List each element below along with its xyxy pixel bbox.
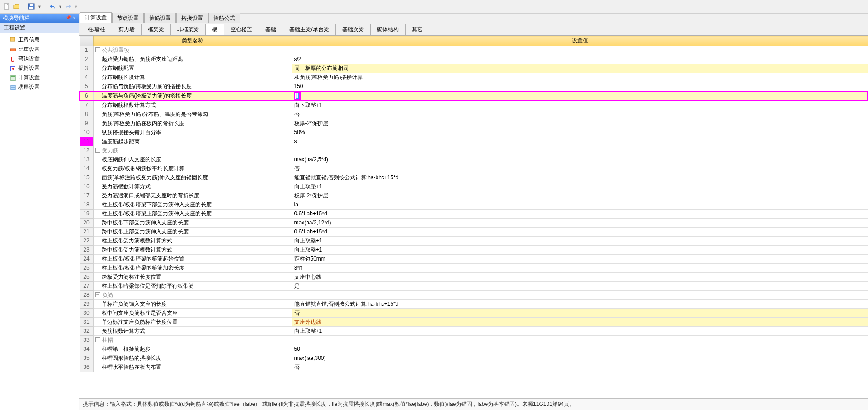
grid-row[interactable]: 30板中间支座负筋标注是否含支座否: [80, 309, 868, 318]
nav-subsection[interactable]: 工程设置: [0, 23, 79, 33]
setting-value[interactable]: 150: [292, 82, 868, 92]
collapse-icon[interactable]: −: [95, 47, 100, 52]
grid-row[interactable]: 32负筋根数计算方式向上取整+1: [80, 327, 868, 336]
setting-value[interactable]: 距柱边50mm: [292, 255, 868, 264]
grid-row[interactable]: 25柱上板带/板带暗梁的箍筋加密长度3*h: [80, 264, 868, 273]
section-header[interactable]: −柱帽: [93, 336, 292, 345]
collapse-icon[interactable]: −: [95, 292, 100, 297]
setting-value[interactable]: 向上取整+1: [292, 327, 868, 336]
subtab-9[interactable]: 砌体结构: [370, 24, 406, 35]
setting-value[interactable]: 能直锚就直锚,否则按公式计算:ha-bhc+15*d: [292, 173, 868, 182]
section-header[interactable]: −公共设置项: [93, 46, 292, 55]
grid-row[interactable]: 5分布筋与负筋(跨板受力筋)的搭接长度150: [80, 82, 868, 92]
setting-value[interactable]: 否: [292, 164, 868, 173]
undo-icon[interactable]: [48, 3, 57, 11]
save-dropdown-icon[interactable]: ▼: [38, 5, 42, 9]
setting-value[interactable]: 50%: [292, 128, 868, 137]
redo-icon[interactable]: [64, 3, 72, 11]
grid-row[interactable]: 19柱上板带/板带暗梁上部受力筋伸入支座的长度0.6*Lab+15*d: [80, 210, 868, 219]
nav-item-1[interactable]: 比重设置: [0, 45, 79, 54]
grid-row[interactable]: 6温度筋与负筋(跨板受力筋)的搭接长度ll: [80, 91, 868, 101]
grid-row[interactable]: 2起始受力钢筋、负筋距支座边距离s/2: [80, 55, 868, 64]
grid-row[interactable]: 23跨中板带受力筋根数计算方式向上取整+1: [80, 246, 868, 255]
setting-value[interactable]: 向上取整+1: [292, 182, 868, 191]
setting-value[interactable]: max(lae,300): [292, 354, 868, 363]
undo-dropdown-icon[interactable]: ▼: [58, 5, 62, 9]
nav-item-2[interactable]: 弯钩设置: [0, 54, 79, 64]
grid-row[interactable]: 20跨中板带下部受力筋伸入支座的长度max(ha/2,12*d): [80, 219, 868, 228]
grid-row[interactable]: 12−受力筋: [80, 146, 868, 155]
grid-row[interactable]: 9负筋/跨板受力筋在板内的弯折长度板厚-2*保护层: [80, 119, 868, 128]
setting-value[interactable]: 3*h: [292, 264, 868, 273]
setting-value[interactable]: 向上取整+1: [292, 237, 868, 246]
setting-value[interactable]: 同一板厚的分布筋相同: [292, 64, 868, 73]
grid-row[interactable]: 11温度筋起步距离s: [80, 137, 868, 146]
grid-row[interactable]: 10纵筋搭接接头错开百分率50%: [80, 128, 868, 137]
subtab-10[interactable]: 其它: [405, 24, 429, 35]
grid-row[interactable]: 35柱帽圆形箍筋的搭接长度max(lae,300): [80, 354, 868, 363]
setting-value[interactable]: 能直锚就直锚,否则按公式计算:ha-bhc+15*d: [292, 300, 868, 309]
grid-row[interactable]: 31单边标注支座负筋标注长度位置支座外边线: [80, 318, 868, 327]
grid-row[interactable]: 27柱上板带暗梁部位是否扣除平行板带筋是: [80, 282, 868, 291]
tab-0[interactable]: 计算设置: [80, 12, 112, 23]
grid-row[interactable]: 33−柱帽: [80, 336, 868, 345]
section-header[interactable]: −受力筋: [93, 146, 292, 155]
subtab-1[interactable]: 剪力墙: [112, 24, 142, 35]
grid-row[interactable]: 3分布钢筋配置同一板厚的分布筋相同: [80, 64, 868, 73]
close-icon[interactable]: ×: [73, 15, 76, 21]
grid-row[interactable]: 21跨中板带上部受力筋伸入支座的长度0.6*Lab+15*d: [80, 228, 868, 237]
setting-value[interactable]: 否: [292, 110, 868, 119]
subtab-4[interactable]: 板: [205, 24, 224, 35]
setting-value[interactable]: 板厚-2*保护层: [292, 119, 868, 128]
tab-4[interactable]: 箍筋公式: [208, 13, 240, 23]
col-header-value[interactable]: 设置值: [292, 36, 868, 46]
setting-value[interactable]: 支座外边线: [292, 318, 868, 327]
grid-row[interactable]: 18柱上板带/板带暗梁下部受力筋伸入支座的长度la: [80, 200, 868, 210]
section-header[interactable]: −负筋: [93, 291, 292, 300]
grid-row[interactable]: 14板受力筋/板带钢筋按平均长度计算否: [80, 164, 868, 173]
grid-row[interactable]: 36柱帽水平箍筋在板内布置否: [80, 363, 868, 372]
grid-row[interactable]: 28−负筋: [80, 291, 868, 300]
tab-2[interactable]: 箍筋设置: [144, 13, 176, 23]
setting-value[interactable]: 和负筋(跨板受力筋)搭接计算: [292, 73, 868, 82]
nav-item-3[interactable]: 损耗设置: [0, 64, 79, 73]
setting-value[interactable]: 0.6*Lab+15*d: [292, 210, 868, 219]
setting-value[interactable]: 向上取整+1: [292, 246, 868, 255]
grid-row[interactable]: 4分布钢筋长度计算和负筋(跨板受力筋)搭接计算: [80, 73, 868, 82]
tab-3[interactable]: 搭接设置: [176, 13, 208, 23]
grid-row[interactable]: 1−公共设置项: [80, 46, 868, 55]
setting-value[interactable]: max(ha/2,5*d): [292, 155, 868, 164]
setting-value[interactable]: s/2: [292, 55, 868, 64]
subtab-7[interactable]: 基础主梁/承台梁: [283, 24, 335, 35]
grid-row[interactable]: 34柱帽第一根箍筋起步50: [80, 345, 868, 354]
collapse-icon[interactable]: −: [95, 148, 100, 153]
nav-item-5[interactable]: 楼层设置: [0, 83, 79, 92]
pin-icon[interactable]: 📌: [66, 15, 71, 21]
collapse-icon[interactable]: −: [95, 337, 100, 342]
open-icon[interactable]: [13, 3, 21, 11]
grid-row[interactable]: 15面筋(单标注跨板受力筋)伸入支座的锚固长度能直锚就直锚,否则按公式计算:ha…: [80, 173, 868, 182]
grid-row[interactable]: 22柱上板带受力筋根数计算方式向上取整+1: [80, 237, 868, 246]
setting-value[interactable]: 支座中心线: [292, 273, 868, 282]
grid-row[interactable]: 8负筋(跨板受力筋)分布筋、温度筋是否带弯勾否: [80, 110, 868, 119]
nav-item-0[interactable]: 工程信息: [0, 35, 79, 45]
setting-value[interactable]: 板厚-2*保护层: [292, 191, 868, 200]
setting-value-input[interactable]: ll: [292, 91, 868, 101]
grid-row[interactable]: 26跨板受力筋标注长度位置支座中心线: [80, 273, 868, 282]
setting-value[interactable]: 向下取整+1: [292, 101, 868, 110]
subtab-2[interactable]: 框架梁: [141, 24, 171, 35]
subtab-8[interactable]: 基础次梁: [335, 24, 371, 35]
setting-value[interactable]: 否: [292, 363, 868, 372]
new-icon[interactable]: [3, 3, 11, 11]
subtab-0[interactable]: 柱/墙柱: [81, 24, 112, 35]
setting-value[interactable]: 50: [292, 345, 868, 354]
subtab-6[interactable]: 基础: [259, 24, 283, 35]
subtab-5[interactable]: 空心楼盖: [224, 24, 259, 35]
save-icon[interactable]: [28, 3, 36, 11]
tab-1[interactable]: 节点设置: [112, 13, 144, 23]
setting-value[interactable]: la: [292, 200, 868, 210]
grid-row[interactable]: 24柱上板带/板带暗梁的箍筋起始位置距柱边50mm: [80, 255, 868, 264]
setting-value[interactable]: max(ha/2,12*d): [292, 219, 868, 228]
grid-row[interactable]: 29单标注负筋锚入支座的长度能直锚就直锚,否则按公式计算:ha-bhc+15*d: [80, 300, 868, 309]
grid-row[interactable]: 17受力筋遇洞口或端部无支座时的弯折长度板厚-2*保护层: [80, 191, 868, 200]
